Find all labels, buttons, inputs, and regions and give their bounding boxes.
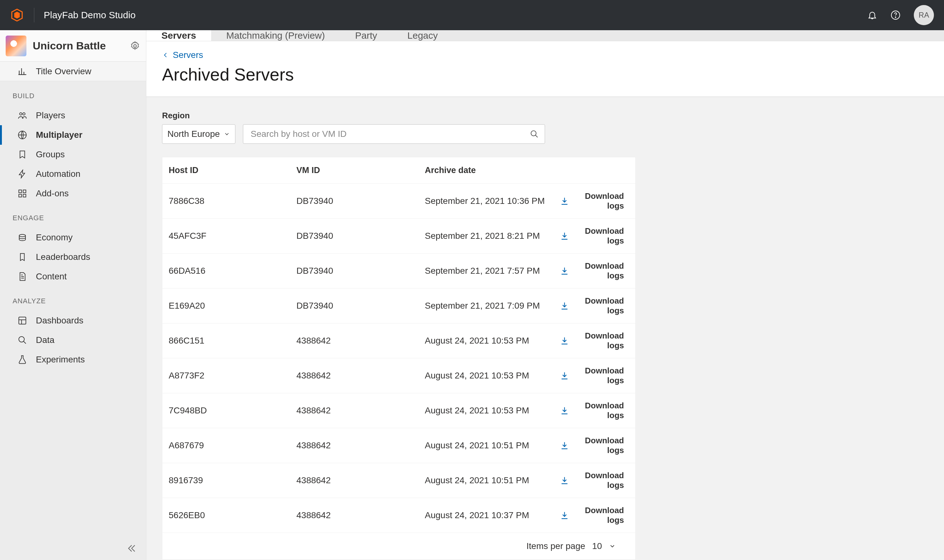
download-icon [560, 336, 569, 345]
region-label: Region [162, 111, 236, 120]
download-icon [560, 371, 569, 380]
download-icon [560, 476, 569, 485]
collapse-sidebar-icon[interactable] [126, 543, 137, 554]
sidebar-item-players[interactable]: Players [0, 106, 146, 125]
archived-servers-table: Host ID VM ID Archive date 7886C38DB7394… [162, 157, 636, 560]
download-logs-label: Download logs [573, 366, 624, 385]
region-dropdown-value: North Europe [168, 129, 220, 139]
cell-host-id: 866C151 [162, 323, 291, 358]
sidebar-item-label: Leaderboards [36, 252, 90, 262]
download-logs-label: Download logs [573, 191, 624, 211]
gear-icon[interactable] [129, 41, 140, 51]
table-row: 5626EB04388642August 24, 2021 10:37 PMDo… [162, 498, 635, 533]
svg-rect-13 [19, 317, 26, 325]
sidebar-item-label: Multiplayer [36, 130, 82, 140]
magnifier-icon [18, 335, 27, 345]
cell-archive-date: August 24, 2021 10:37 PM [420, 498, 555, 533]
content-area: Region North Europe [146, 97, 944, 560]
col-actions [555, 157, 635, 184]
cell-archive-date: August 24, 2021 10:53 PM [420, 323, 555, 358]
download-logs-link[interactable]: Download logs [560, 191, 624, 211]
sidebar-item-content[interactable]: Content [0, 267, 146, 286]
top-right: RA [867, 5, 934, 25]
sidebar-item-leaderboards[interactable]: Leaderboards [0, 247, 146, 267]
sidebar-item-dashboards[interactable]: Dashboards [0, 311, 146, 330]
table-row: E169A20DB73940September 21, 2021 7:09 PM… [162, 289, 635, 323]
sidebar-item-label: Experiments [36, 355, 85, 365]
sidebar-item-economy[interactable]: Economy [0, 228, 146, 247]
svg-point-5 [20, 112, 22, 115]
sidebar-item-label: Groups [36, 149, 65, 160]
cell-vm-id: 4388642 [291, 498, 420, 533]
download-logs-label: Download logs [573, 261, 624, 281]
items-per-page-value: 10 [592, 541, 602, 551]
lightning-icon [18, 169, 27, 179]
cell-archive-date: September 21, 2021 8:21 PM [420, 218, 555, 254]
sidebar-item-title-overview[interactable]: Title Overview [0, 62, 146, 81]
svg-marker-1 [14, 12, 20, 18]
col-host-id[interactable]: Host ID [162, 157, 291, 184]
breadcrumb[interactable]: Servers [162, 50, 928, 60]
cell-vm-id: 4388642 [291, 323, 420, 358]
breadcrumb-parent: Servers [173, 50, 203, 60]
table-row: 45AFC3FDB73940September 21, 2021 8:21 PM… [162, 218, 635, 254]
cell-vm-id: 4388642 [291, 393, 420, 428]
title-thumbnail [6, 35, 26, 56]
download-logs-link[interactable]: Download logs [560, 506, 624, 525]
coins-icon [18, 233, 27, 242]
sidebar-section-build: BUILD [0, 81, 146, 106]
document-icon [18, 272, 27, 281]
tab-matchmaking[interactable]: Matchmaking (Preview) [211, 30, 340, 41]
download-logs-link[interactable]: Download logs [560, 436, 624, 455]
download-logs-label: Download logs [573, 506, 624, 525]
region-dropdown[interactable]: North Europe [162, 124, 236, 144]
sidebar-item-data[interactable]: Data [0, 330, 146, 350]
title-selector[interactable]: Unicorn Battle [0, 30, 146, 62]
svg-point-3 [895, 17, 896, 18]
sidebar-item-groups[interactable]: Groups [0, 145, 146, 164]
table-row: 66DA516DB73940September 21, 2021 7:57 PM… [162, 254, 635, 289]
download-logs-link[interactable]: Download logs [560, 401, 624, 420]
sidebar-item-experiments[interactable]: Experiments [0, 350, 146, 369]
sidebar-item-automation[interactable]: Automation [0, 164, 146, 184]
download-logs-label: Download logs [573, 436, 624, 455]
help-icon[interactable] [890, 10, 901, 20]
studio-name[interactable]: PlayFab Demo Studio [44, 10, 136, 20]
top-header: PlayFab Demo Studio RA [0, 0, 944, 30]
cell-vm-id: 4388642 [291, 358, 420, 393]
sidebar-section-engage: ENGAGE [0, 203, 146, 228]
table-row: 7C948BD4388642August 24, 2021 10:53 PMDo… [162, 393, 635, 428]
chevron-down-icon[interactable] [609, 543, 616, 549]
download-logs-link[interactable]: Download logs [560, 331, 624, 351]
download-logs-label: Download logs [573, 401, 624, 420]
bell-icon[interactable] [867, 10, 877, 20]
sidebar-item-multiplayer[interactable]: Multiplayer [0, 125, 146, 145]
col-archive-date[interactable]: Archive date [420, 157, 555, 184]
col-vm-id[interactable]: VM ID [291, 157, 420, 184]
download-logs-link[interactable]: Download logs [560, 366, 624, 385]
download-logs-label: Download logs [573, 226, 624, 246]
download-logs-link[interactable]: Download logs [560, 226, 624, 246]
search-input[interactable] [243, 124, 545, 144]
tab-servers[interactable]: Servers [146, 30, 211, 41]
table-footer: Items per page 10 [162, 533, 635, 559]
sidebar: Unicorn Battle Title Overview BUILD Play… [0, 30, 146, 560]
cell-archive-date: August 24, 2021 10:51 PM [420, 428, 555, 463]
bar-chart-icon [18, 67, 27, 76]
page-title: Archived Servers [162, 65, 928, 85]
sidebar-item-addons[interactable]: Add-ons [0, 184, 146, 203]
region-filter: Region North Europe [162, 111, 236, 144]
download-logs-link[interactable]: Download logs [560, 261, 624, 281]
svg-point-15 [531, 131, 536, 136]
download-icon [560, 441, 569, 450]
filter-row: Region North Europe [162, 111, 928, 144]
tab-party[interactable]: Party [340, 30, 393, 41]
tab-legacy[interactable]: Legacy [393, 30, 453, 41]
svg-point-4 [134, 45, 137, 47]
download-logs-link[interactable]: Download logs [560, 471, 624, 490]
download-logs-link[interactable]: Download logs [560, 296, 624, 315]
table-row: 89167394388642August 24, 2021 10:51 PMDo… [162, 463, 635, 498]
avatar[interactable]: RA [914, 5, 934, 25]
sidebar-item-label: Players [36, 111, 65, 120]
cell-vm-id: DB73940 [291, 184, 420, 218]
